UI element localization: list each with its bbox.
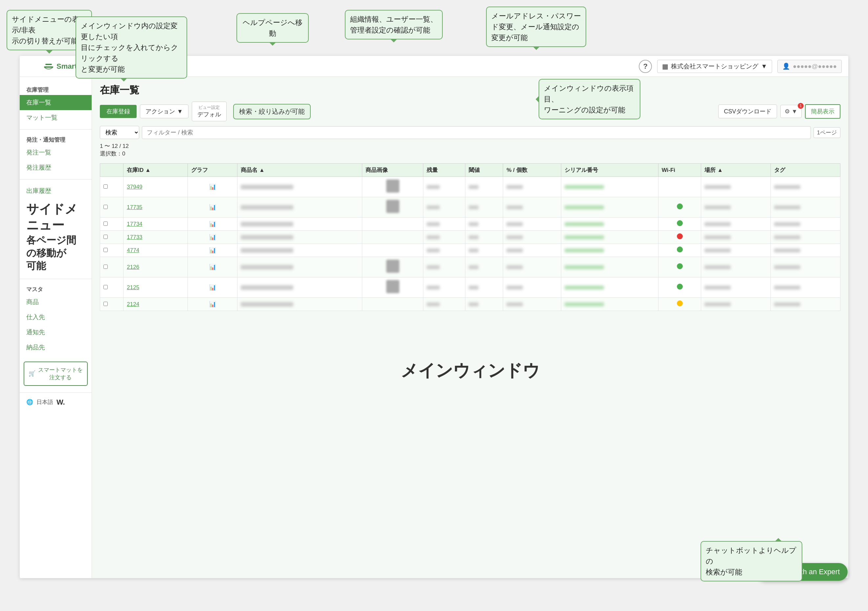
td-image — [362, 277, 423, 298]
sidebar-item-supplier[interactable]: 仕入先 — [20, 309, 91, 325]
csv-download-button[interactable]: CSVダウンロード — [718, 104, 777, 118]
td-wifi — [658, 197, 701, 218]
user-button[interactable]: 👤 ●●●●●@●●●●● — [777, 60, 842, 73]
gear-container: ⚙ ▼ 1 — [780, 105, 802, 118]
td-tag — [771, 218, 840, 231]
td-wifi — [658, 218, 701, 231]
sidebar-divider-2 — [20, 179, 91, 179]
td-id[interactable]: 2125 — [124, 277, 188, 298]
sidebar-bottom: 🌐 日本語 W. — [20, 392, 91, 412]
td-percent — [503, 257, 561, 277]
th-remaining: 残量 — [423, 164, 465, 177]
td-graph[interactable]: 📊 — [188, 257, 237, 277]
side-menu-overlay: サイドメニュー 各ページ間の移動が 可能 — [20, 199, 91, 275]
page-info: 1ページ — [814, 127, 840, 138]
td-image — [362, 298, 423, 311]
inventory-section-title: 在庫管理 — [20, 84, 91, 95]
table-row: 17733📊 — [100, 231, 840, 244]
td-id[interactable]: 2124 — [124, 298, 188, 311]
td-remaining — [423, 257, 465, 277]
org-button[interactable]: ▦ 株式会社スマートショッピング ▼ — [657, 60, 772, 73]
th-location: 場所 ▲ — [701, 164, 771, 177]
content-area: 在庫一覧 在庫登録 アクション ▼ ビュー設定 デフォル 検索・絞り込みが可能 — [92, 77, 848, 578]
sidebar-item-notification[interactable]: 通知先 — [20, 325, 91, 340]
td-graph[interactable]: 📊 — [188, 277, 237, 298]
sidebar-item-mat-list[interactable]: マット一覧 — [20, 110, 91, 125]
sidebar: 在庫管理 在庫一覧 マット一覧 発注・通知管理 発注一覧 発注履歴 出庫履歴 サ… — [20, 77, 92, 578]
logo-icon — [43, 61, 54, 72]
td-threshold — [465, 257, 503, 277]
sidebar-item-product[interactable]: 商品 — [20, 294, 91, 309]
table-row: 17735📊 — [100, 197, 840, 218]
row-checkbox[interactable] — [104, 205, 108, 209]
td-wifi — [658, 231, 701, 244]
td-id[interactable]: 37949 — [124, 177, 188, 197]
td-graph[interactable]: 📊 — [188, 177, 237, 197]
th-wifi: Wi-Fi — [658, 164, 701, 177]
lang-icon: 🌐 — [26, 399, 33, 406]
chevron-down-icon: ▼ — [792, 108, 797, 115]
table-wrapper: メインウィンドウ 在庫ID ▲ グラフ 商品名 ▲ 商品画像 残量 閾値 % /… — [92, 163, 848, 578]
th-threshold: 閾値 — [465, 164, 503, 177]
sidebar-item-order-list[interactable]: 発注一覧 — [20, 145, 91, 160]
row-checkbox[interactable] — [104, 302, 108, 306]
easy-view-button[interactable]: 簡易表示 — [805, 104, 840, 119]
td-check — [100, 277, 124, 298]
grid-menu-button[interactable] — [26, 61, 38, 72]
td-image — [362, 257, 423, 277]
header-row: 在庫ID ▲ グラフ 商品名 ▲ 商品画像 残量 閾値 % / 個数 シリアル番… — [100, 164, 840, 177]
row-checkbox[interactable] — [104, 222, 108, 226]
td-wifi — [658, 177, 701, 197]
td-id[interactable]: 17734 — [124, 218, 188, 231]
td-graph[interactable]: 📊 — [188, 218, 237, 231]
row-checkbox[interactable] — [104, 264, 108, 269]
order-mat-button[interactable]: 🛒 スマートマットを 注文する — [24, 362, 88, 386]
search-input[interactable] — [142, 126, 811, 139]
sidebar-item-order-history[interactable]: 発注履歴 — [20, 160, 91, 175]
tooltip-org-settings: 組織情報、ユーザー一覧、 管理者設定の確認が可能 — [345, 10, 443, 39]
table-row: 4774📊 — [100, 244, 840, 257]
view-button[interactable]: ビュー設定 デフォル — [192, 101, 226, 121]
app-container: SmartMat Cloud ? ▦ 株式会社スマートショッピング ▼ 👤 ●●… — [20, 56, 848, 578]
td-tag — [771, 257, 840, 277]
td-product-name — [237, 177, 362, 197]
row-checkbox[interactable] — [104, 248, 108, 252]
gear-icon: ⚙ — [784, 108, 790, 115]
sidebar-item-inventory-list[interactable]: 在庫一覧 — [20, 95, 91, 110]
td-threshold — [465, 277, 503, 298]
td-location — [701, 298, 771, 311]
td-graph[interactable]: 📊 — [188, 244, 237, 257]
td-id[interactable]: 17735 — [124, 197, 188, 218]
td-id[interactable]: 2126 — [124, 257, 188, 277]
td-check — [100, 298, 124, 311]
org-icon: ▦ — [662, 62, 668, 70]
td-remaining — [423, 231, 465, 244]
table-row: 37949📊 — [100, 177, 840, 197]
td-id[interactable]: 17733 — [124, 231, 188, 244]
td-check — [100, 197, 124, 218]
action-button[interactable]: アクション ▼ — [140, 104, 189, 118]
cart-icon: 🛒 — [29, 370, 36, 377]
row-checkbox[interactable] — [104, 235, 108, 239]
td-serial — [561, 231, 659, 244]
table-header: 在庫ID ▲ グラフ 商品名 ▲ 商品画像 残量 閾値 % / 個数 シリアル番… — [100, 164, 840, 177]
org-name: 株式会社スマートショッピング — [671, 62, 758, 71]
toolbar: 在庫登録 アクション ▼ ビュー設定 デフォル 検索・絞り込みが可能 CSVダウ… — [100, 101, 840, 121]
td-graph[interactable]: 📊 — [188, 231, 237, 244]
td-serial — [561, 277, 659, 298]
user-email: ●●●●●@●●●●● — [793, 63, 837, 70]
td-check — [100, 177, 124, 197]
td-tag — [771, 244, 840, 257]
row-checkbox[interactable] — [104, 285, 108, 289]
sidebar-item-delivery-dest[interactable]: 納品先 — [20, 340, 91, 355]
help-button[interactable]: ? — [639, 60, 652, 73]
row-checkbox[interactable] — [104, 184, 108, 189]
td-id[interactable]: 4774 — [124, 244, 188, 257]
td-product-name — [237, 218, 362, 231]
register-button[interactable]: 在庫登録 — [100, 105, 136, 118]
td-graph[interactable]: 📊 — [188, 197, 237, 218]
td-graph[interactable]: 📊 — [188, 298, 237, 311]
search-select[interactable]: 検索 — [100, 126, 139, 139]
td-image — [362, 197, 423, 218]
sidebar-item-delivery[interactable]: 出庫履歴 — [20, 183, 91, 199]
